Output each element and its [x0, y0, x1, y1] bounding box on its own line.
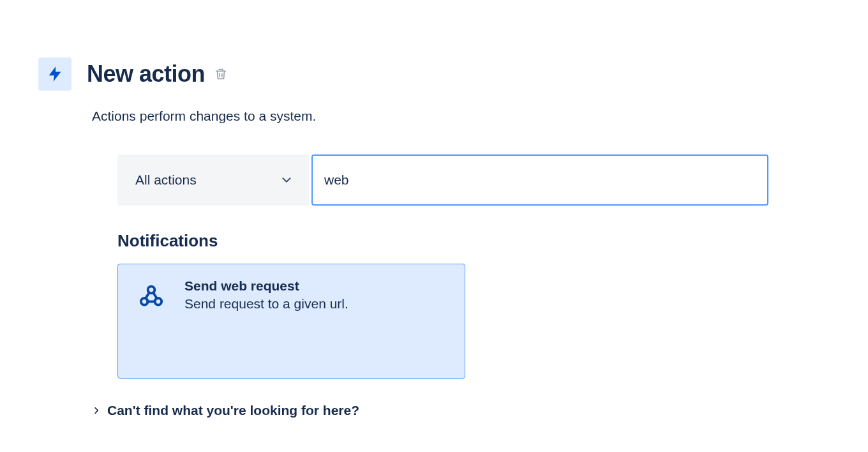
- lightning-icon: [38, 57, 71, 91]
- header-row: New action: [38, 57, 868, 91]
- webhook-icon: [133, 278, 169, 314]
- card-title: Send web request: [184, 278, 348, 294]
- help-expand[interactable]: Can't find what you're looking for here?: [92, 403, 868, 418]
- section-heading: Notifications: [117, 231, 868, 251]
- search-input[interactable]: [311, 154, 768, 206]
- content-column: Actions perform changes to a system. All…: [92, 109, 868, 418]
- dropdown-label: All actions: [135, 172, 197, 188]
- card-text: Send web request Send request to a given…: [184, 278, 348, 364]
- subtitle: Actions perform changes to a system.: [92, 109, 868, 124]
- chevron-down-icon: [280, 173, 294, 187]
- help-text: Can't find what you're looking for here?: [107, 403, 359, 418]
- title-wrap: New action: [87, 61, 228, 87]
- page-title: New action: [87, 61, 205, 87]
- action-card-send-web-request[interactable]: Send web request Send request to a given…: [117, 264, 465, 379]
- filter-row: All actions: [117, 154, 768, 206]
- chevron-right-icon: [92, 406, 101, 415]
- trash-icon: [214, 67, 228, 81]
- card-description: Send request to a given url.: [184, 296, 348, 312]
- delete-button[interactable]: [214, 67, 228, 81]
- actions-filter-dropdown[interactable]: All actions: [117, 154, 309, 206]
